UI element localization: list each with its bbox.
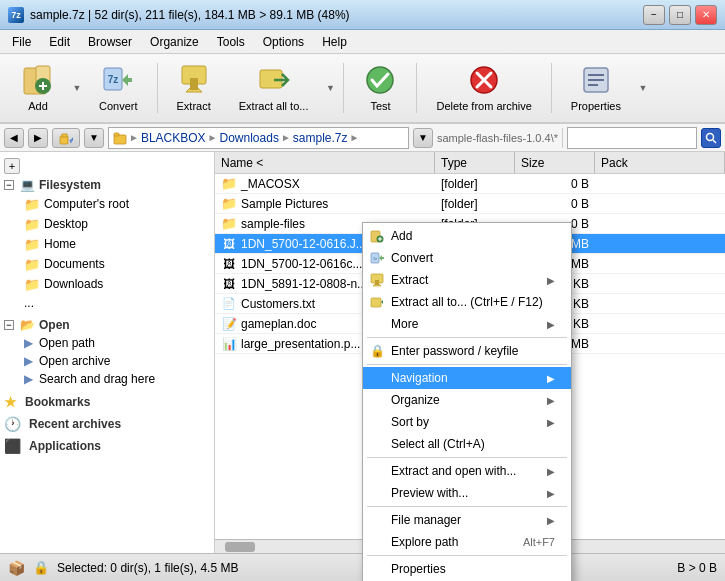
svg-point-23 bbox=[707, 133, 714, 140]
open-expand[interactable]: − bbox=[4, 320, 14, 330]
new-folder-area: + bbox=[0, 156, 214, 176]
open-path-icon: ▶ bbox=[24, 336, 33, 350]
extract-all-dropdown[interactable]: ▼ bbox=[323, 57, 337, 119]
ctx-sort-by[interactable]: Sort by ▶ bbox=[363, 411, 571, 433]
sidebar-item-documents[interactable]: 📁 Documents bbox=[0, 254, 214, 274]
properties-label: Properties bbox=[571, 100, 621, 112]
menu-options[interactable]: Options bbox=[255, 33, 312, 51]
breadcrumb[interactable]: ► BLACKBOX ► Downloads ► sample.7z ► bbox=[108, 127, 409, 149]
ctx-extract-open-icon bbox=[369, 463, 385, 479]
ctx-organize[interactable]: Organize ▶ bbox=[363, 389, 571, 411]
ctx-sep1 bbox=[367, 337, 567, 338]
downloads-icon: 📁 bbox=[24, 276, 40, 292]
scroll-thumb[interactable] bbox=[225, 542, 255, 552]
toolbar-extract-all-button[interactable]: Extract all to... bbox=[226, 57, 322, 119]
ctx-navigation[interactable]: Navigation ▶ bbox=[363, 367, 571, 389]
ctx-properties[interactable]: Properties bbox=[363, 558, 571, 580]
search-button[interactable] bbox=[701, 128, 721, 148]
toolbar-sep2 bbox=[343, 63, 344, 113]
menu-tools[interactable]: Tools bbox=[209, 33, 253, 51]
ctx-explore-path[interactable]: Explore path Alt+F7 bbox=[363, 531, 571, 553]
new-folder-button[interactable]: + bbox=[4, 158, 20, 174]
ctx-extract[interactable]: Extract ▶ bbox=[363, 269, 571, 291]
menu-file[interactable]: File bbox=[4, 33, 39, 51]
svg-rect-20 bbox=[62, 134, 67, 137]
recent-label: Recent archives bbox=[29, 417, 121, 431]
add-label: Add bbox=[28, 100, 48, 112]
address-dropdown[interactable]: ▼ bbox=[413, 128, 433, 148]
status-right-text: B > 0 B bbox=[677, 561, 717, 575]
folder-icon: 📁 bbox=[221, 196, 237, 212]
col-name[interactable]: Name < bbox=[215, 152, 435, 173]
sidebar-item-search-drag[interactable]: ▶ Search and drag here bbox=[0, 370, 214, 388]
toolbar-delete-button[interactable]: Delete from archive bbox=[423, 57, 544, 119]
maximize-button[interactable]: □ bbox=[669, 5, 691, 25]
ctx-sort-icon bbox=[369, 414, 385, 430]
col-packed[interactable]: Pack bbox=[595, 152, 725, 173]
delete-icon bbox=[468, 64, 500, 96]
svg-rect-17 bbox=[588, 79, 604, 81]
sidebar-item-downloads[interactable]: 📁 Downloads bbox=[0, 274, 214, 294]
col-type[interactable]: Type bbox=[435, 152, 515, 173]
menu-organize[interactable]: Organize bbox=[142, 33, 207, 51]
forward-button[interactable]: ▶ bbox=[28, 128, 48, 148]
sidebar-item-open-path[interactable]: ▶ Open path bbox=[0, 334, 214, 352]
ctx-add[interactable]: Add bbox=[363, 225, 571, 247]
file-icon: 🖼 bbox=[221, 256, 237, 272]
menu-edit[interactable]: Edit bbox=[41, 33, 78, 51]
add-dropdown[interactable]: ▼ bbox=[70, 57, 84, 119]
table-row[interactable]: 📁 _MACOSX [folder] 0 B bbox=[215, 174, 725, 194]
sidebar-recent-archives[interactable]: 🕐 Recent archives bbox=[0, 414, 214, 434]
svg-rect-8 bbox=[190, 78, 198, 90]
minimize-button[interactable]: − bbox=[643, 5, 665, 25]
context-menu: Add 7z Convert Extract ▶ Extract all to.… bbox=[362, 222, 572, 581]
search-input[interactable] bbox=[567, 127, 697, 149]
address-bar: ◀ ▶ ▼ ► BLACKBOX ► Downloads ► sample.7z… bbox=[0, 124, 725, 152]
sidebar-applications[interactable]: ⬛ Applications bbox=[0, 436, 214, 456]
file-icon: 🖼 bbox=[221, 236, 237, 252]
table-row[interactable]: 📁 Sample Pictures [folder] 0 B bbox=[215, 194, 725, 214]
svg-line-24 bbox=[713, 140, 716, 143]
back-button[interactable]: ◀ bbox=[4, 128, 24, 148]
sidebar-bookmarks[interactable]: ★ Bookmarks bbox=[0, 392, 214, 412]
sidebar-item-ellipsis[interactable]: ... bbox=[0, 294, 214, 312]
close-button[interactable]: ✕ bbox=[695, 5, 717, 25]
toolbar-add-button[interactable]: Add bbox=[8, 57, 68, 119]
recent-icon: 🕐 bbox=[4, 416, 21, 432]
ctx-enter-password[interactable]: 🔒 Enter password / keyfile bbox=[363, 340, 571, 362]
dropdown-button[interactable]: ▼ bbox=[84, 128, 104, 148]
ctx-preview[interactable]: Preview with... ▶ bbox=[363, 482, 571, 504]
sidebar-item-desktop[interactable]: 📁 Desktop bbox=[0, 214, 214, 234]
up-button[interactable] bbox=[52, 128, 80, 148]
svg-text:7z: 7z bbox=[373, 256, 377, 261]
menu-browser[interactable]: Browser bbox=[80, 33, 140, 51]
ctx-extract-open[interactable]: Extract and open with... ▶ bbox=[363, 460, 571, 482]
svg-rect-22 bbox=[114, 133, 119, 136]
ctx-extract-all[interactable]: Extract all to... (Ctrl+E / F12) bbox=[363, 291, 571, 313]
computer-icon: 📁 bbox=[24, 196, 40, 212]
test-label: Test bbox=[370, 100, 390, 112]
svg-rect-32 bbox=[375, 280, 379, 285]
col-size[interactable]: Size bbox=[515, 152, 595, 173]
delete-label: Delete from archive bbox=[436, 100, 531, 112]
svg-rect-16 bbox=[588, 74, 604, 76]
ctx-file-manager[interactable]: File manager ▶ bbox=[363, 509, 571, 531]
toolbar-test-button[interactable]: Test bbox=[350, 57, 410, 119]
toolbar-convert-button[interactable]: 7z Convert bbox=[86, 57, 151, 119]
ctx-preview-icon bbox=[369, 485, 385, 501]
ctx-more[interactable]: More ▶ bbox=[363, 313, 571, 335]
breadcrumb-downloads[interactable]: Downloads bbox=[220, 131, 279, 145]
properties-dropdown[interactable]: ▼ bbox=[636, 57, 650, 119]
sidebar-item-open-archive[interactable]: ▶ Open archive bbox=[0, 352, 214, 370]
sidebar-item-home[interactable]: 📁 Home bbox=[0, 234, 214, 254]
sidebar-item-computer[interactable]: 📁 Computer's root bbox=[0, 194, 214, 214]
breadcrumb-archive[interactable]: sample.7z bbox=[293, 131, 348, 145]
ppt-icon: 📊 bbox=[221, 336, 237, 352]
toolbar-properties-button[interactable]: Properties bbox=[558, 57, 634, 119]
ctx-convert[interactable]: 7z Convert bbox=[363, 247, 571, 269]
menu-help[interactable]: Help bbox=[314, 33, 355, 51]
filesystem-expand[interactable]: − bbox=[4, 180, 14, 190]
breadcrumb-blackbox[interactable]: BLACKBOX bbox=[141, 131, 206, 145]
toolbar-extract-button[interactable]: Extract bbox=[164, 57, 224, 119]
ctx-select-all[interactable]: Select all (Ctrl+A) bbox=[363, 433, 571, 455]
